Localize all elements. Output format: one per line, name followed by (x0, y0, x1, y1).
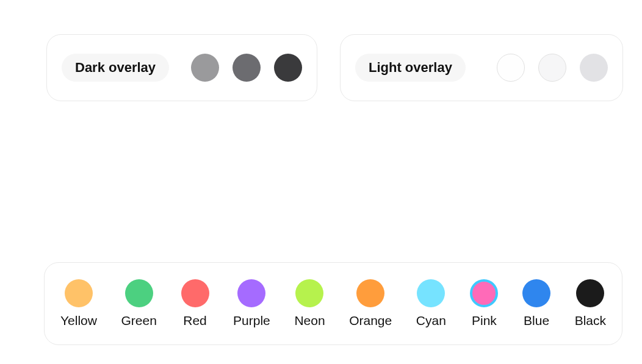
dark-overlay-full-swatch[interactable] (274, 54, 302, 82)
palette-dot-cyan[interactable] (417, 279, 445, 307)
palette-item-green[interactable]: Green (121, 279, 157, 328)
palette-item-pink[interactable]: Pink (470, 279, 498, 328)
light-overlay-light-swatch[interactable] (497, 54, 525, 82)
palette-item-black[interactable]: Black (575, 279, 606, 328)
dark-overlay-light-swatch[interactable] (191, 54, 219, 82)
palette-label-red: Red (183, 313, 207, 328)
light-overlay-medium-swatch[interactable] (538, 54, 566, 82)
dark-overlay-label: Dark overlay (62, 54, 169, 82)
palette-item-red[interactable]: Red (181, 279, 209, 328)
dark-overlay-medium-swatch[interactable] (233, 54, 261, 82)
palette-dot-black[interactable] (576, 279, 604, 307)
palette-label-black: Black (575, 313, 606, 328)
color-palette-panel: YellowGreenRedPurpleNeonOrangeCyanPinkBl… (44, 262, 622, 345)
palette-item-neon[interactable]: Neon (294, 279, 325, 328)
light-overlay-label: Light overlay (355, 54, 466, 82)
palette-label-neon: Neon (294, 313, 325, 328)
palette-item-blue[interactable]: Blue (522, 279, 550, 328)
palette-item-yellow[interactable]: Yellow (60, 279, 97, 328)
light-overlay-full-swatch[interactable] (580, 54, 608, 82)
palette-dot-purple[interactable] (237, 279, 265, 307)
light-overlay-panel: Light overlay (340, 34, 623, 101)
palette-dot-green[interactable] (125, 279, 153, 307)
palette-label-green: Green (121, 313, 157, 328)
light-overlay-swatches (497, 54, 608, 82)
palette-label-blue: Blue (524, 313, 549, 328)
palette-item-purple[interactable]: Purple (233, 279, 270, 328)
dark-overlay-swatches (191, 54, 302, 82)
palette-label-pink: Pink (472, 313, 497, 328)
palette-dot-pink[interactable] (470, 279, 498, 307)
palette-dot-neon[interactable] (295, 279, 323, 307)
palette-item-orange[interactable]: Orange (349, 279, 392, 328)
palette-dot-orange[interactable] (356, 279, 384, 307)
palette-label-purple: Purple (233, 313, 270, 328)
palette-dot-yellow[interactable] (65, 279, 93, 307)
palette-item-cyan[interactable]: Cyan (416, 279, 446, 328)
palette-label-orange: Orange (349, 313, 392, 328)
dark-overlay-panel: Dark overlay (46, 34, 317, 101)
palette-label-yellow: Yellow (60, 313, 97, 328)
palette-label-cyan: Cyan (416, 313, 446, 328)
palette-dot-blue[interactable] (522, 279, 550, 307)
palette-dot-red[interactable] (181, 279, 209, 307)
